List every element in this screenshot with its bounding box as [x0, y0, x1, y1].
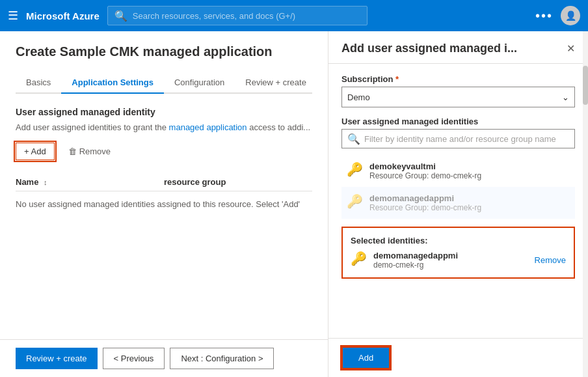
- identity-name: demokeyvaultmi: [369, 161, 570, 171]
- left-panel: Create Sample CMK managed application Ba…: [0, 31, 328, 377]
- top-navigation: ☰ Microsoft Azure 🔍 ••• 👤: [0, 0, 588, 31]
- flyout-panel: Add user assigned managed i... ✕ Subscri…: [328, 31, 588, 377]
- chevron-down-icon: ⌄: [562, 92, 569, 102]
- search-box[interactable]: 🔍: [107, 6, 368, 25]
- managed-app-link[interactable]: managed application: [169, 122, 247, 132]
- selected-identities-label: Selected identities:: [351, 236, 566, 245]
- subscription-dropdown[interactable]: Demo ⌄: [341, 87, 575, 107]
- remove-selected-link[interactable]: Remove: [535, 255, 566, 265]
- identity-item-demokeyvaultmi[interactable]: 🔑 demokeyvaultmi Resource Group: demo-cm…: [341, 155, 575, 187]
- subscription-label: Subscription *: [341, 74, 575, 84]
- add-identity-button[interactable]: + Add: [16, 143, 55, 160]
- search-input[interactable]: [133, 11, 360, 21]
- main-content: Create Sample CMK managed application Ba…: [0, 31, 588, 377]
- col-header-rg: resource group: [164, 177, 312, 187]
- identity-list: 🔑 demokeyvaultmi Resource Group: demo-cm…: [341, 155, 575, 219]
- topnav-right: ••• 👤: [535, 6, 580, 25]
- app-title: Microsoft Azure: [26, 10, 100, 21]
- tab-application-settings[interactable]: Application Settings: [61, 72, 164, 94]
- tab-bar: Basics Application Settings Configuratio…: [16, 72, 312, 94]
- flyout-footer: Add: [328, 338, 588, 377]
- review-create-button[interactable]: Review + create: [16, 348, 98, 369]
- scrollbar-thumb[interactable]: [583, 66, 588, 105]
- identity-search-input[interactable]: [364, 134, 569, 144]
- previous-button[interactable]: < Previous: [103, 348, 165, 369]
- key-icon-gold: 🔑: [347, 161, 363, 177]
- selected-identity-name: demomanagedappmi: [373, 251, 528, 260]
- bottom-action-bar: Review + create < Previous Next : Config…: [0, 339, 328, 377]
- identity-toolbar: + Add 🗑 Remove: [16, 143, 312, 160]
- search-icon: 🔍: [347, 133, 360, 145]
- required-marker: *: [395, 74, 399, 84]
- search-icon: 🔍: [114, 10, 127, 22]
- page-title: Create Sample CMK managed application: [16, 44, 312, 59]
- selected-identity-rg: demo-cmek-rg: [373, 260, 528, 270]
- next-configuration-button[interactable]: Next : Configuration >: [170, 348, 274, 369]
- flyout-header: Add user assigned managed i... ✕: [328, 31, 588, 64]
- identity-item-demomanagedappmi[interactable]: 🔑 demomanagedappmi Resource Group: demo-…: [341, 187, 575, 219]
- flyout-title: Add user assigned managed i...: [341, 42, 517, 55]
- identity-rg: Resource Group: demo-cmek-rg: [369, 203, 570, 212]
- table-empty-message: No user assigned managed identities assi…: [16, 191, 312, 217]
- flyout-add-button[interactable]: Add: [341, 346, 390, 369]
- col-header-name: Name ↕: [16, 177, 164, 187]
- identity-name: demomanagedappmi: [369, 193, 570, 203]
- flyout-close-button[interactable]: ✕: [567, 42, 575, 55]
- tab-configuration[interactable]: Configuration: [164, 72, 235, 94]
- remove-identity-button[interactable]: 🗑 Remove: [60, 143, 119, 160]
- more-options-icon[interactable]: •••: [535, 8, 553, 23]
- selected-identity-item: 🔑 demomanagedappmi demo-cmek-rg Remove: [351, 251, 566, 270]
- sort-icon[interactable]: ↕: [44, 178, 47, 186]
- section-title: User assigned managed identity: [16, 107, 312, 117]
- user-avatar[interactable]: 👤: [561, 6, 580, 25]
- key-icon-gray: 🔑: [347, 193, 363, 209]
- section-desc: Add user assigned identities to grant th…: [16, 122, 312, 132]
- flyout-body: Subscription * Demo ⌄ User assigned mana…: [328, 64, 588, 338]
- hamburger-menu[interactable]: ☰: [8, 8, 18, 23]
- identity-search-box[interactable]: 🔍: [341, 129, 575, 148]
- tab-basics[interactable]: Basics: [16, 72, 61, 94]
- scrollbar[interactable]: [583, 31, 588, 377]
- selected-identities-section: Selected identities: 🔑 demomanagedappmi …: [341, 227, 575, 279]
- identities-label: User assigned managed identities: [341, 117, 575, 126]
- table-header: Name ↕ resource group: [16, 173, 312, 191]
- identity-rg: Resource Group: demo-cmek-rg: [369, 171, 570, 180]
- selected-key-icon: 🔑: [351, 251, 367, 266]
- tab-review-create[interactable]: Review + create: [235, 72, 317, 94]
- trash-icon: 🗑: [68, 147, 77, 156]
